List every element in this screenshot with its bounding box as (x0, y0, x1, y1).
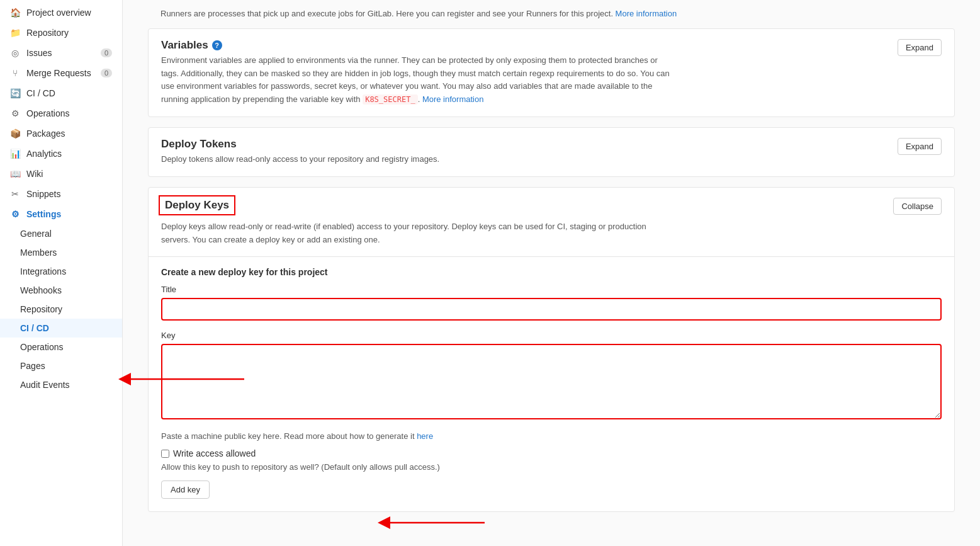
wiki-icon: 📖 (10, 169, 20, 179)
deploy-keys-collapse-button[interactable]: Collapse (893, 198, 942, 215)
merge-requests-icon: ⑂ (10, 68, 20, 78)
write-access-row: Write access allowed (161, 448, 942, 458)
deploy-keys-header: Deploy Keys Deploy keys allow read-only … (149, 188, 954, 257)
write-access-label: Write access allowed (173, 448, 256, 458)
deploy-keys-description: Deploy keys allow read-only or read-writ… (161, 220, 677, 247)
sidebar-item-issues[interactable]: ◎ Issues 0 (0, 43, 122, 63)
runners-info-link[interactable]: information (636, 9, 677, 18)
merge-requests-badge: 0 (101, 69, 112, 77)
key-textarea[interactable] (161, 344, 942, 419)
write-access-desc: Allow this key to push to repository as … (161, 462, 942, 472)
variables-header: Variables ? Environment variables are ap… (149, 29, 954, 117)
sidebar-item-snippets[interactable]: ✂ Snippets (0, 184, 122, 204)
sidebar-sub-item-integrations[interactable]: Integrations (0, 262, 122, 281)
k8s-secret-code: K8S_SECRET_ (363, 94, 417, 105)
analytics-icon: 📊 (10, 149, 20, 159)
sidebar-sub-item-operations[interactable]: Operations (0, 338, 122, 356)
packages-icon: 📦 (10, 128, 20, 139)
variables-more-info-link[interactable]: More information (422, 94, 484, 104)
repository-icon: 📁 (10, 28, 20, 38)
runners-more-link[interactable]: More (616, 9, 634, 18)
deploy-keys-form-body: Create a new deploy key for this project… (149, 256, 954, 511)
sidebar-sub-item-pages[interactable]: Pages (0, 356, 122, 375)
project-overview-icon: 🏠 (10, 8, 20, 18)
sidebar-item-packages[interactable]: 📦 Packages (0, 123, 122, 144)
sidebar-sub-item-audit-events[interactable]: Audit Events (0, 375, 122, 394)
sidebar-sub-item-repository[interactable]: Repository (0, 300, 122, 319)
settings-icon: ⚙ (10, 209, 20, 219)
sidebar-sub-item-ci-cd[interactable]: CI / CD (0, 319, 122, 338)
variables-expand-button[interactable]: Expand (898, 39, 942, 56)
deploy-tokens-expand-button[interactable]: Expand (898, 138, 942, 155)
deploy-keys-title: Deploy Keys (161, 198, 233, 213)
sidebar-item-analytics[interactable]: 📊 Analytics (0, 144, 122, 164)
sidebar-item-repository[interactable]: 📁 Repository (0, 23, 122, 43)
sidebar-sub-item-members[interactable]: Members (0, 243, 122, 262)
variables-description: Environment variables are applied to env… (161, 54, 677, 106)
sidebar-item-operations[interactable]: ⚙ Operations (0, 103, 122, 123)
deploy-keys-section: Deploy Keys Deploy keys allow read-only … (148, 187, 955, 513)
settings-sub-menu: General Members Integrations Webhooks Re… (0, 224, 122, 394)
deploy-keys-form-title: Create a new deploy key for this project (161, 267, 942, 277)
deploy-tokens-title: Deploy Tokens (161, 138, 439, 151)
ci-cd-icon: 🔄 (10, 88, 20, 98)
write-access-checkbox[interactable] (161, 450, 169, 458)
issues-icon: ◎ (10, 48, 20, 58)
add-key-button[interactable]: Add key (161, 481, 210, 499)
operations-icon: ⚙ (10, 108, 20, 118)
deploy-tokens-section: Deploy Tokens Deploy tokens allow read-o… (148, 127, 955, 177)
sidebar-item-project-overview[interactable]: 🏠 Project overview (0, 3, 122, 23)
sidebar-item-settings[interactable]: ⚙ Settings (0, 204, 122, 224)
sidebar-item-merge-requests[interactable]: ⑂ Merge Requests 0 (0, 63, 122, 83)
variables-help-icon[interactable]: ? (212, 40, 222, 50)
issues-badge: 0 (101, 48, 112, 57)
deploy-tokens-header: Deploy Tokens Deploy tokens allow read-o… (149, 128, 954, 176)
key-form-group: Key (161, 331, 942, 421)
main-content: Runners are processes that pick up and e… (123, 0, 980, 546)
key-label: Key (161, 331, 942, 340)
variables-section: Variables ? Environment variables are ap… (148, 28, 955, 117)
title-form-group: Title (161, 285, 942, 321)
sidebar: 🏠 Project overview 📁 Repository ◎ Issues… (0, 0, 123, 546)
sidebar-sub-item-general[interactable]: General (0, 224, 122, 243)
title-input[interactable] (161, 298, 942, 321)
sidebar-item-ci-cd[interactable]: 🔄 CI / CD (0, 83, 122, 103)
key-hint-link[interactable]: here (417, 431, 433, 441)
sidebar-sub-item-webhooks[interactable]: Webhooks (0, 281, 122, 300)
runners-description: Runners are processes that pick up and e… (148, 0, 955, 28)
deploy-tokens-description: Deploy tokens allow read-only access to … (161, 153, 439, 166)
sidebar-item-wiki[interactable]: 📖 Wiki (0, 164, 122, 184)
snippets-icon: ✂ (10, 189, 20, 199)
variables-title: Variables ? (161, 39, 677, 52)
key-hint: Paste a machine public key here. Read mo… (161, 431, 942, 441)
title-label: Title (161, 285, 942, 294)
